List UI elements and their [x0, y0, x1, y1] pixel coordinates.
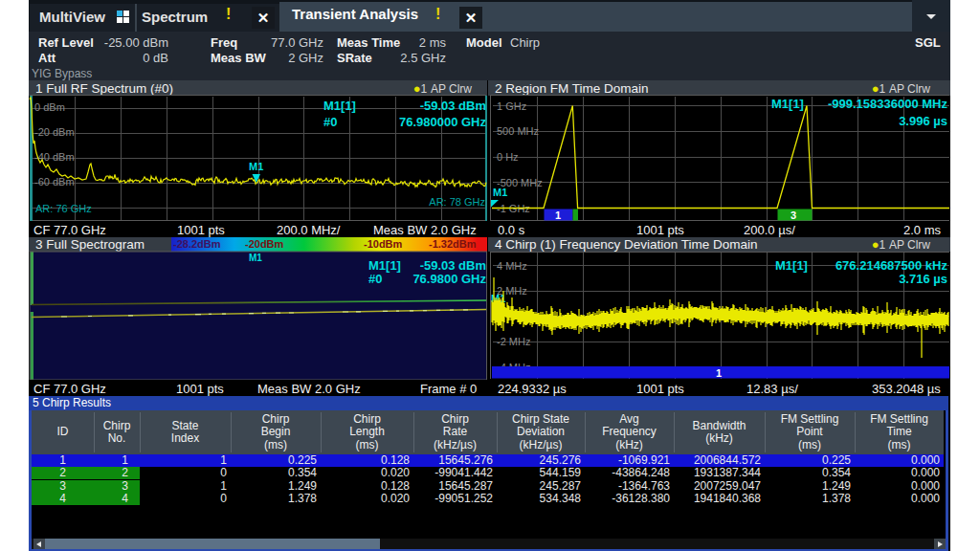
svg-text:M1: M1: [249, 161, 263, 172]
svg-text:676.214687500 kHz: 676.214687500 kHz: [835, 258, 948, 273]
svg-text:#0: #0: [368, 272, 382, 286]
svg-text:M1: M1: [493, 187, 507, 198]
svg-text:76.980000 GHz: 76.980000 GHz: [399, 115, 487, 129]
svg-text:AR: 76 GHz: AR: 76 GHz: [35, 203, 92, 214]
svg-text:0 Hz: 0 Hz: [497, 151, 519, 163]
svg-text:3.996 µs: 3.996 µs: [899, 114, 947, 128]
svg-text:-999.158336000 MHz: -999.158336000 MHz: [828, 97, 948, 111]
svg-text:M1[1]: M1[1]: [775, 258, 808, 273]
svg-text:M1: M1: [249, 253, 262, 263]
svg-text:-59.03 dBm: -59.03 dBm: [420, 258, 486, 273]
svg-text:4 MHz: 4 MHz: [497, 260, 527, 272]
svg-text:M1[1]: M1[1]: [771, 97, 804, 111]
svg-text:M1[1]: M1[1]: [323, 99, 356, 113]
svg-text:1: 1: [555, 209, 561, 221]
svg-text:#0: #0: [323, 115, 337, 129]
svg-text:1 GHz: 1 GHz: [497, 100, 526, 112]
svg-text:3: 3: [791, 209, 796, 221]
svg-text:-20 dBm: -20 dBm: [34, 126, 75, 138]
svg-text:AR: 78 GHz: AR: 78 GHz: [429, 196, 485, 208]
svg-text:-40 dBm: -40 dBm: [34, 151, 75, 163]
svg-text:3.716 µs: 3.716 µs: [899, 272, 947, 286]
svg-text:0 dBm: 0 dBm: [34, 101, 65, 113]
svg-text:-59.03 dBm: -59.03 dBm: [420, 99, 486, 113]
svg-text:M1[1]: M1[1]: [368, 258, 401, 273]
svg-text:500 MHz: 500 MHz: [497, 125, 539, 137]
svg-text:1: 1: [716, 367, 722, 379]
svg-text:-2 MHz: -2 MHz: [497, 336, 530, 347]
svg-text:76.9800 GHz: 76.9800 GHz: [412, 272, 486, 286]
